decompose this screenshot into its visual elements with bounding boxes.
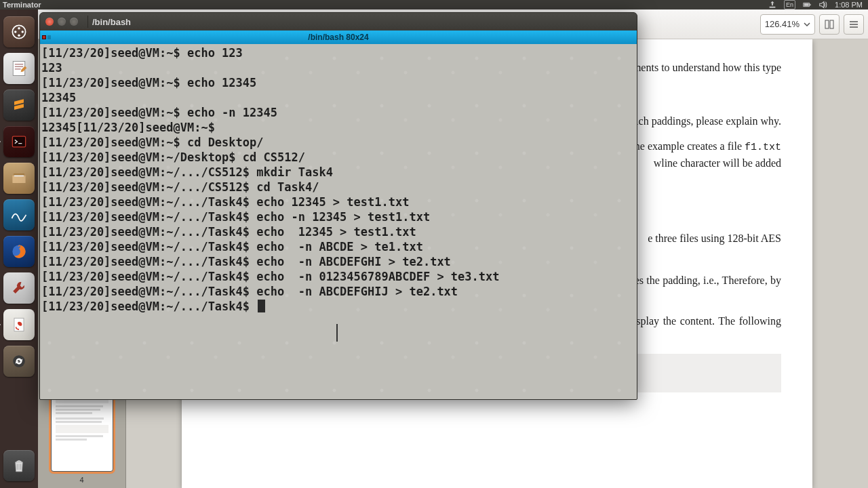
keyboard-indicator[interactable]: En bbox=[784, 0, 795, 9]
launcher-files[interactable] bbox=[3, 163, 35, 194]
launcher-firefox[interactable] bbox=[3, 236, 35, 267]
terminal-tab-label: /bin/bash 80x24 bbox=[308, 33, 368, 42]
split-indicator-icon bbox=[41, 35, 52, 40]
volume-icon[interactable] bbox=[818, 0, 828, 9]
menu-button[interactable] bbox=[844, 14, 864, 35]
launcher-sublime[interactable] bbox=[3, 89, 35, 121]
zoom-value: 126.41% bbox=[765, 19, 800, 29]
clock[interactable]: 1:08 PM bbox=[835, 1, 863, 9]
battery-icon[interactable] bbox=[802, 0, 812, 9]
text-cursor-ibeam bbox=[336, 324, 338, 342]
terminal-tab[interactable]: /bin/bash 80x24 bbox=[40, 30, 637, 44]
svg-rect-15 bbox=[830, 20, 833, 28]
window-close-button[interactable] bbox=[45, 18, 54, 26]
top-menu-bar: Terminator En 1:08 PM bbox=[0, 0, 868, 9]
chevron-down-icon bbox=[804, 21, 810, 28]
active-app-title: Terminator bbox=[0, 1, 41, 9]
svg-rect-7 bbox=[12, 136, 25, 147]
svg-point-3 bbox=[22, 30, 24, 33]
terminal-title: /bin/bash bbox=[92, 17, 131, 27]
launcher-updater[interactable] bbox=[3, 346, 35, 377]
svg-point-4 bbox=[14, 30, 17, 33]
launcher-pdf-viewer[interactable] bbox=[3, 309, 35, 340]
launcher-terminal[interactable] bbox=[3, 126, 35, 157]
zoom-dropdown[interactable]: 126.41% bbox=[760, 14, 815, 35]
thumbnail-page-number: 4 bbox=[79, 476, 83, 484]
window-maximize-button[interactable] bbox=[70, 18, 78, 26]
svg-point-5 bbox=[18, 35, 20, 37]
launcher-tool[interactable] bbox=[3, 272, 35, 304]
svg-point-2 bbox=[18, 27, 20, 30]
terminal-body[interactable]: [11/23/20]seed@VM:~$ echo 123123[11/23/2… bbox=[40, 44, 637, 399]
launcher-text-editor[interactable] bbox=[3, 53, 35, 84]
launcher-trash[interactable] bbox=[3, 450, 35, 481]
launcher-dash[interactable] bbox=[3, 16, 35, 47]
dual-page-button[interactable] bbox=[819, 14, 840, 35]
svg-rect-8 bbox=[14, 174, 24, 176]
window-minimize-button[interactable] bbox=[58, 18, 66, 26]
launcher-wireshark[interactable] bbox=[3, 199, 35, 230]
svg-rect-0 bbox=[804, 3, 809, 6]
updates-icon[interactable] bbox=[768, 0, 777, 9]
svg-rect-10 bbox=[14, 176, 24, 177]
unity-launcher bbox=[0, 9, 38, 488]
pdf-thumbnail[interactable] bbox=[51, 393, 113, 472]
terminal-window[interactable]: /bin/bash /bin/bash 80x24 [11/23/20]seed… bbox=[39, 12, 637, 400]
terminal-cursor bbox=[258, 300, 265, 312]
terminal-titlebar[interactable]: /bin/bash bbox=[40, 13, 637, 30]
svg-rect-14 bbox=[825, 20, 829, 28]
